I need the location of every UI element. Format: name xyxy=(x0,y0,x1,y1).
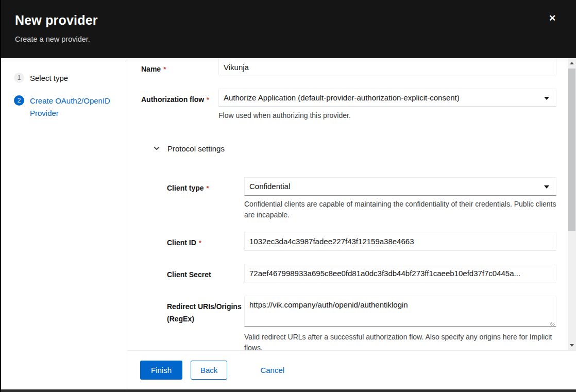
client-secret-row: Client Secret xyxy=(167,264,556,282)
client-type-label: Client type* xyxy=(167,177,244,195)
client-secret-input[interactable] xyxy=(244,264,556,282)
scrollbar-thumb[interactable] xyxy=(568,69,575,231)
scroll-up-icon[interactable] xyxy=(568,59,576,67)
scroll-down-icon[interactable] xyxy=(568,342,576,349)
modal-body: 1 Select type 2 Create OAuth2/OpenID Pro… xyxy=(1,58,576,389)
modal-header: New provider Create a new provider. ✕ xyxy=(0,0,576,58)
cancel-button[interactable]: Cancel xyxy=(260,366,284,374)
protocol-settings-label: Protocol settings xyxy=(167,144,225,153)
finish-button[interactable]: Finish xyxy=(140,361,182,380)
required-asterisk: * xyxy=(163,65,166,73)
wizard-nav: 1 Select type 2 Create OAuth2/OpenID Pro… xyxy=(1,58,127,389)
step-number-badge: 2 xyxy=(14,95,24,106)
client-id-input[interactable] xyxy=(244,232,556,250)
caret-down-icon xyxy=(544,97,549,100)
client-type-label-text: Client type xyxy=(167,184,204,192)
form-scrollbar[interactable] xyxy=(568,58,576,350)
authorization-flow-help: Flow used when authorizing this provider… xyxy=(218,110,556,121)
resize-grip-icon[interactable] xyxy=(550,322,555,327)
wizard-main: Name* Authorization flow* Authorize Appl… xyxy=(127,58,576,389)
back-button[interactable]: Back xyxy=(191,361,227,380)
step-label: Select type xyxy=(30,72,68,84)
name-row: Name* xyxy=(141,58,556,76)
step-number-badge: 1 xyxy=(14,73,24,83)
modal-title: New provider xyxy=(15,13,576,28)
authorization-flow-value: Authorize Application (default-provider-… xyxy=(224,93,460,102)
caret-down-icon xyxy=(544,185,549,189)
modal-subtitle: Create a new provider. xyxy=(15,35,576,43)
redirect-uris-help: Valid redirect URLs after a successful a… xyxy=(244,332,556,350)
required-asterisk: * xyxy=(207,184,209,192)
window-bottom-edge xyxy=(0,389,576,392)
client-type-select[interactable]: Confidential xyxy=(244,177,556,196)
authorization-flow-select[interactable]: Authorize Application (default-provider-… xyxy=(218,89,556,107)
protocol-settings-expander[interactable]: Protocol settings xyxy=(153,142,556,155)
wizard-footer: Finish Back Cancel xyxy=(127,350,576,389)
client-secret-label: Client Secret xyxy=(167,264,244,281)
chevron-down-icon xyxy=(153,145,160,152)
redirect-uris-label: Redirect URIs/Origins (RegEx) xyxy=(167,296,244,325)
client-id-label-text: Client ID xyxy=(167,238,196,247)
client-type-value: Confidential xyxy=(249,182,290,191)
client-secret-label-text: Client Secret xyxy=(167,270,211,279)
required-asterisk: * xyxy=(199,239,201,247)
authorization-flow-label: Authorization flow* xyxy=(141,89,218,106)
client-id-label: Client ID* xyxy=(167,232,244,249)
close-icon[interactable]: ✕ xyxy=(546,12,558,25)
name-label: Name* xyxy=(141,58,218,76)
client-type-row: Client type* Confidential Confidential c… xyxy=(167,177,556,220)
name-label-text: Name xyxy=(141,65,161,73)
name-input[interactable] xyxy=(218,58,556,76)
wizard-step-select-type[interactable]: 1 Select type xyxy=(14,72,122,84)
authorization-flow-label-text: Authorization flow xyxy=(141,95,204,104)
redirect-uris-textarea[interactable]: https://vik.company/auth/openid/authenti… xyxy=(244,296,556,327)
required-asterisk: * xyxy=(207,96,209,104)
step-label: Create OAuth2/OpenID Provider xyxy=(30,95,122,120)
authorization-flow-row: Authorization flow* Authorize Applicatio… xyxy=(141,89,556,121)
client-type-help: Confidential clients are capable of main… xyxy=(244,199,556,220)
provider-form: Name* Authorization flow* Authorize Appl… xyxy=(127,58,576,350)
new-provider-modal: { "modal": { "title": "New provider", "s… xyxy=(0,0,576,392)
wizard-step-create-provider[interactable]: 2 Create OAuth2/OpenID Provider xyxy=(14,95,122,120)
redirect-uris-row: Redirect URIs/Origins (RegEx) https://vi… xyxy=(167,296,556,350)
protocol-settings-group: Client type* Confidential Confidential c… xyxy=(167,177,556,350)
client-id-row: Client ID* xyxy=(167,232,556,250)
